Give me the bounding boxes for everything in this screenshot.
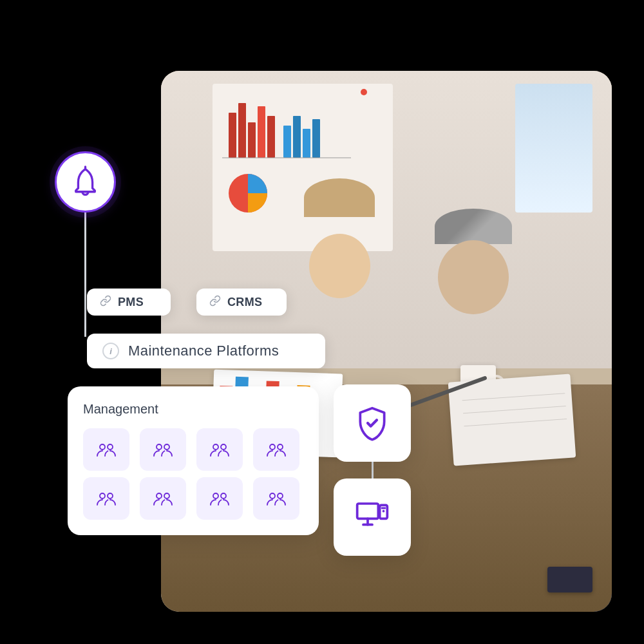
user-cell-1[interactable] (83, 428, 129, 471)
svg-point-14 (156, 444, 162, 450)
pms-label: PMS (118, 296, 144, 309)
chart-svg (222, 93, 377, 171)
svg-point-12 (100, 444, 105, 450)
info-icon: i (102, 343, 119, 359)
svg-rect-7 (303, 129, 310, 158)
svg-point-33 (383, 510, 385, 513)
svg-point-15 (164, 444, 169, 450)
svg-rect-8 (312, 119, 320, 158)
svg-rect-0 (229, 113, 236, 158)
users-icon-4 (266, 440, 287, 459)
device (547, 567, 592, 592)
hair-right (435, 209, 512, 244)
user-cell-5[interactable] (83, 477, 129, 520)
svg-rect-6 (293, 116, 301, 158)
pie-chart (222, 167, 274, 219)
link-icon-crms (209, 295, 221, 309)
management-panel: Management (68, 386, 319, 535)
scene: PMS CRMS i Maintenance Platforms Managem… (32, 32, 612, 612)
users-icon-2 (153, 440, 173, 459)
computer-card[interactable] (334, 478, 411, 556)
svg-point-20 (100, 493, 105, 498)
head-center (309, 234, 370, 298)
svg-point-23 (164, 493, 169, 498)
pms-chip[interactable]: PMS (87, 289, 171, 316)
window (515, 84, 592, 213)
svg-point-22 (156, 493, 162, 498)
card-connector-line (372, 462, 374, 478)
svg-point-27 (278, 493, 283, 498)
maintenance-label: Maintenance Platforms (128, 343, 279, 359)
users-icon-5 (96, 489, 117, 507)
shield-check-icon (354, 405, 390, 441)
user-grid (83, 428, 303, 520)
users-icon-8 (266, 489, 287, 507)
connector-line (84, 211, 86, 337)
user-cell-3[interactable] (196, 428, 243, 471)
maintenance-chip[interactable]: i Maintenance Platforms (87, 334, 325, 368)
svg-point-17 (221, 444, 226, 450)
svg-point-13 (108, 444, 113, 450)
user-cell-2[interactable] (140, 428, 186, 471)
svg-rect-1 (238, 103, 246, 158)
users-icon-1 (96, 440, 117, 459)
svg-point-16 (213, 444, 218, 450)
svg-point-21 (108, 493, 113, 498)
svg-rect-2 (248, 122, 256, 158)
users-icon-3 (209, 440, 230, 459)
notebook (448, 374, 576, 466)
crms-chip[interactable]: CRMS (196, 289, 287, 316)
bell-button[interactable] (55, 151, 116, 213)
svg-point-19 (278, 444, 283, 450)
hair-center (304, 178, 375, 217)
shield-card[interactable] (334, 384, 411, 462)
link-icon-pms (100, 295, 111, 309)
svg-point-26 (270, 493, 275, 498)
svg-point-18 (270, 444, 275, 450)
crms-label: CRMS (227, 296, 262, 309)
whiteboard (213, 84, 393, 251)
svg-rect-5 (283, 126, 291, 158)
user-cell-4[interactable] (253, 428, 299, 471)
svg-point-24 (213, 493, 218, 498)
svg-point-25 (221, 493, 226, 498)
head-right (438, 240, 509, 314)
desktop-icon (354, 499, 390, 535)
management-title: Management (83, 402, 303, 417)
user-cell-6[interactable] (140, 477, 186, 520)
user-cell-8[interactable] (253, 477, 299, 520)
users-icon-7 (209, 489, 230, 507)
svg-rect-28 (357, 504, 379, 518)
user-cell-7[interactable] (196, 477, 243, 520)
users-icon-6 (153, 489, 173, 507)
svg-rect-4 (267, 116, 275, 158)
bell-icon (71, 167, 100, 198)
svg-rect-3 (258, 106, 265, 158)
